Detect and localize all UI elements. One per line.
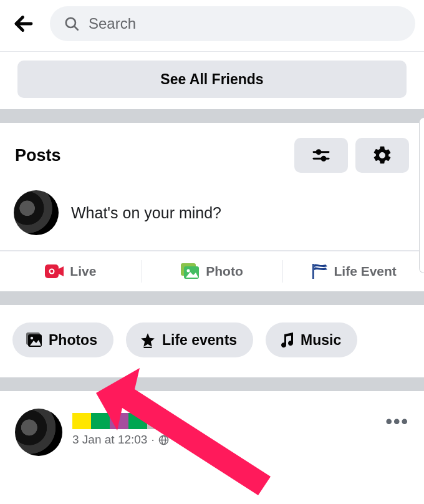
- svg-point-4: [317, 150, 320, 154]
- music-pill-label: Music: [301, 332, 341, 349]
- photo-icon: [181, 263, 200, 279]
- sliders-icon: [311, 145, 331, 165]
- svg-line-2: [74, 26, 78, 30]
- composer-actions: Live Photo Life Event: [0, 251, 424, 291]
- life-event-label: Life Event: [334, 264, 397, 279]
- life-events-pill[interactable]: Life events: [126, 322, 253, 357]
- posts-title: Posts: [15, 146, 287, 165]
- avatar[interactable]: [14, 190, 59, 235]
- music-pill[interactable]: Music: [266, 322, 357, 357]
- composer[interactable]: What's on your mind?: [0, 180, 424, 250]
- svg-point-9: [51, 270, 54, 273]
- post-author-redacted[interactable]: [72, 413, 166, 429]
- svg-rect-17: [143, 347, 152, 348]
- svg-rect-13: [312, 264, 314, 279]
- section-divider: [0, 291, 424, 305]
- post-more-button[interactable]: •••: [385, 411, 409, 432]
- music-icon: [279, 332, 294, 348]
- top-bar: [0, 0, 424, 51]
- post-meta: 3 Jan at 12:03 ·: [72, 413, 375, 447]
- section-divider: [0, 109, 424, 123]
- search-field[interactable]: [50, 6, 415, 41]
- photo-label: Photo: [206, 264, 243, 279]
- friends-section: See All Friends: [0, 52, 424, 109]
- section-divider: [0, 377, 424, 391]
- post-timestamp-row: 3 Jan at 12:03 ·: [72, 433, 375, 447]
- profile-pills: Photos Life events Music: [0, 305, 424, 377]
- live-video-icon: [45, 264, 64, 278]
- search-input[interactable]: [89, 15, 402, 32]
- search-icon: [64, 16, 80, 32]
- posts-section: Posts What's on your mind?: [0, 123, 424, 291]
- gear-icon: [372, 145, 393, 166]
- star-icon: [140, 332, 156, 348]
- photo-button[interactable]: Photo: [142, 251, 283, 291]
- svg-point-12: [187, 269, 190, 273]
- globe-icon: [158, 435, 169, 445]
- svg-point-6: [322, 157, 325, 160]
- life-events-pill-label: Life events: [162, 332, 237, 349]
- life-event-button[interactable]: Life Event: [282, 251, 424, 291]
- settings-button[interactable]: [355, 138, 409, 173]
- scroll-indicator[interactable]: [419, 117, 424, 273]
- flag-icon: [311, 263, 328, 280]
- photos-pill-label: Photos: [49, 332, 97, 349]
- post-timestamp: 3 Jan at 12:03: [72, 433, 147, 447]
- live-label: Live: [70, 264, 96, 279]
- post-avatar[interactable]: [15, 409, 62, 456]
- composer-prompt[interactable]: What's on your mind?: [71, 204, 221, 222]
- back-button[interactable]: [9, 9, 39, 39]
- see-all-friends-button[interactable]: See All Friends: [17, 61, 407, 98]
- live-button[interactable]: Live: [0, 251, 142, 291]
- back-arrow-icon: [12, 12, 35, 35]
- svg-point-16: [31, 337, 33, 339]
- post-item: 3 Jan at 12:03 · •••: [0, 391, 424, 456]
- photos-pill[interactable]: Photos: [12, 322, 113, 357]
- filters-button[interactable]: [294, 138, 348, 173]
- posts-header: Posts: [0, 123, 424, 180]
- photos-icon: [26, 332, 42, 347]
- dot-separator: ·: [151, 433, 154, 447]
